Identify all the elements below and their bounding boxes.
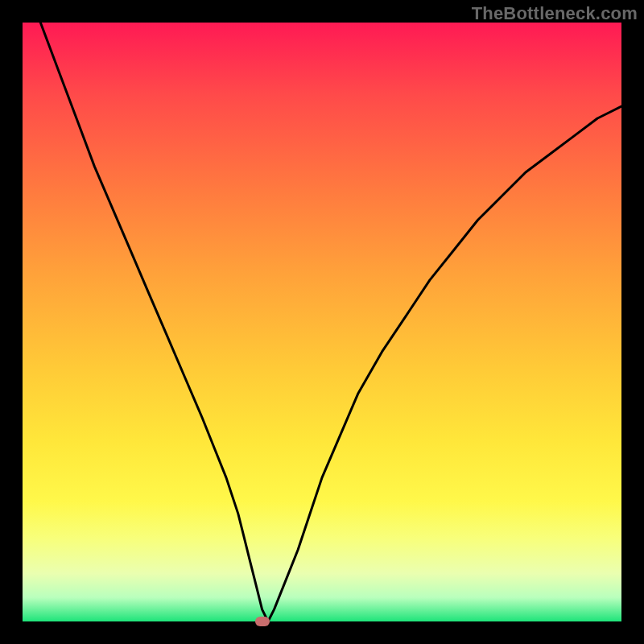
optimal-point-marker <box>255 617 270 626</box>
bottleneck-curve <box>23 23 621 621</box>
chart-frame: TheBottleneck.com <box>0 0 644 644</box>
watermark-text: TheBottleneck.com <box>472 3 638 24</box>
chart-plot-area <box>23 23 621 621</box>
